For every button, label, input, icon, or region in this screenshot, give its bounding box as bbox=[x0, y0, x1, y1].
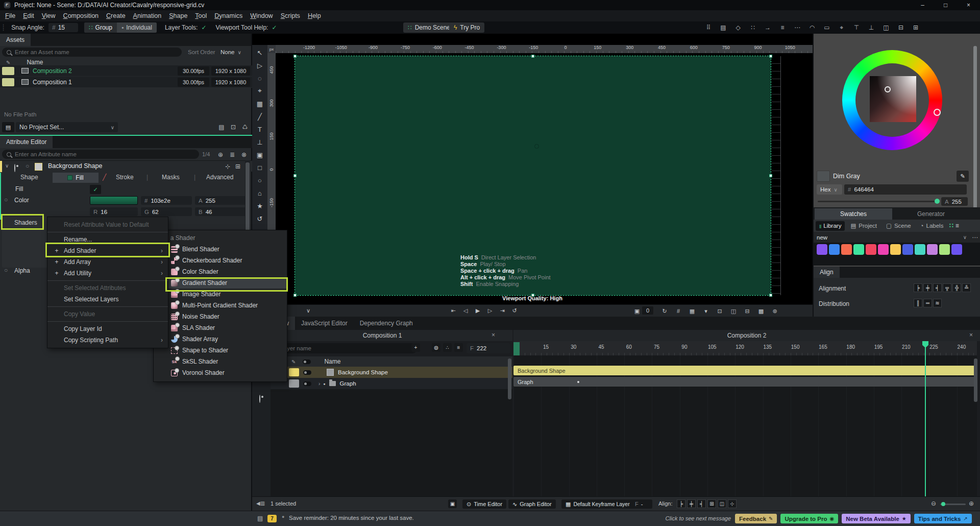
align-bottom-icon[interactable]: ⊥ bbox=[866, 23, 876, 32]
layer-list-scrollbar[interactable] bbox=[508, 358, 511, 399]
align-v-bottom-icon[interactable]: ╩ bbox=[962, 283, 971, 292]
context-menu-item[interactable]: Set Selected Attributes bbox=[47, 282, 168, 294]
green-field[interactable]: G62 bbox=[141, 207, 192, 216]
transport-dropdown[interactable]: ∨ bbox=[303, 306, 313, 316]
grid-hash-icon[interactable]: # bbox=[674, 306, 682, 316]
ellipse-tool-icon[interactable]: ○ bbox=[254, 174, 266, 186]
viewport-help-check[interactable]: ✓ bbox=[272, 24, 277, 31]
align-h-right-icon[interactable]: ╡ bbox=[933, 283, 942, 292]
columns-icon[interactable]: ◫ bbox=[881, 23, 891, 32]
snap-angle-field[interactable]: # 15 bbox=[48, 23, 78, 32]
sliders-icon[interactable]: ≡ bbox=[454, 343, 463, 352]
layer-header[interactable]: ∨ ○ Background Shape ⊹ ⊞ × bbox=[0, 160, 252, 172]
grid-icon[interactable]: ⊞ bbox=[911, 23, 921, 32]
submenu-item[interactable]: Gradient Shader bbox=[154, 277, 287, 289]
popout-icon[interactable]: ⊞ bbox=[233, 162, 243, 171]
distribute-space-icon[interactable]: ≋ bbox=[933, 299, 942, 307]
sort-order-select[interactable]: None ∨ bbox=[220, 49, 241, 55]
composition-2-title[interactable]: Composition 2 bbox=[513, 330, 980, 341]
scene-button[interactable]: ▢ Scene bbox=[883, 221, 914, 231]
trash-icon[interactable]: ♺ bbox=[240, 123, 250, 132]
eyedropper-button[interactable]: ✎ bbox=[957, 171, 969, 182]
asset-row[interactable]: Composition 2 30.00fps 1920 x 1080 bbox=[0, 65, 252, 77]
tab-assets[interactable]: Assets bbox=[0, 34, 31, 46]
labels-button[interactable]: ◔ Labels bbox=[917, 221, 947, 231]
submenu-item[interactable]: Color Shader bbox=[154, 266, 287, 277]
work-area-marker[interactable] bbox=[513, 342, 520, 355]
tab-stroke[interactable]: Stroke bbox=[116, 174, 134, 181]
align-left-icon[interactable]: ╞ bbox=[677, 499, 685, 508]
selection-handle[interactable] bbox=[293, 174, 297, 177]
asset-row[interactable]: Composition 1 30.00fps 1920 x 1080 bbox=[0, 77, 252, 88]
tab-fill[interactable]: Fill bbox=[53, 173, 99, 183]
menu-item[interactable]: Shape bbox=[169, 12, 187, 19]
palette-swatch[interactable] bbox=[829, 244, 840, 255]
close-button[interactable]: × bbox=[957, 0, 980, 10]
close-icon[interactable]: × bbox=[969, 331, 973, 339]
key-nav-icon[interactable]: ◫ bbox=[718, 499, 726, 508]
collapse-icon[interactable]: ◀▥ bbox=[256, 500, 265, 506]
frame-tool-icon[interactable]: ▣ bbox=[254, 149, 266, 161]
next-frame-button[interactable]: ▷ bbox=[485, 306, 495, 316]
selection-handle[interactable] bbox=[531, 294, 534, 297]
time-ruler[interactable]: 0153045607590105120135150165180195210225… bbox=[513, 341, 977, 355]
zoom-in-icon[interactable]: ⊕ bbox=[969, 500, 974, 507]
menu-item[interactable]: Scripts bbox=[281, 12, 300, 19]
drag-handle[interactable]: ┊ bbox=[2, 24, 5, 31]
palette-swatch[interactable] bbox=[878, 244, 889, 255]
filter-icon[interactable]: ∴ bbox=[443, 343, 452, 352]
context-menu-item[interactable]: + Add Shader › bbox=[47, 245, 168, 256]
layer-row-graph[interactable]: › ● Graph ○ bbox=[271, 378, 512, 389]
current-frame-field[interactable]: F 222 bbox=[467, 343, 510, 353]
menu-item[interactable]: File bbox=[5, 12, 15, 19]
library-button[interactable]: ||| Library bbox=[816, 221, 845, 231]
layer-row-background-shape[interactable]: Background Shape ○ bbox=[271, 367, 512, 378]
arc-icon[interactable]: ◠ bbox=[807, 23, 817, 32]
checker-icon[interactable]: ▩ bbox=[757, 306, 765, 316]
status-button[interactable]: New Beta Available★ bbox=[842, 514, 911, 523]
clear-icon[interactable]: ⊗ bbox=[239, 150, 249, 159]
tab-dependency-graph[interactable]: Dependency Graph bbox=[354, 317, 419, 330]
palette-swatch[interactable] bbox=[817, 244, 827, 255]
tab-align[interactable]: Align bbox=[814, 267, 840, 278]
asset-search-input[interactable]: Enter an Asset name bbox=[2, 47, 182, 57]
eyedropper-icon[interactable]: ✎ bbox=[6, 60, 10, 65]
soloing-icon[interactable]: ◍ bbox=[432, 343, 440, 352]
palette-swatch[interactable] bbox=[841, 244, 852, 255]
tab-javascript-editor[interactable]: JavaScript Editor bbox=[295, 317, 354, 330]
visibility-toggle-icon[interactable] bbox=[303, 370, 311, 375]
dropdown-icon[interactable]: ▾ bbox=[702, 306, 710, 316]
align-top-icon[interactable]: ⊤ bbox=[851, 23, 862, 32]
palette-swatch[interactable] bbox=[927, 244, 938, 255]
lasso-tool-icon[interactable]: ◌ bbox=[254, 72, 266, 84]
list-view-icon[interactable]: ≡ bbox=[955, 222, 959, 229]
dock-icon[interactable]: ▣ bbox=[448, 499, 457, 508]
context-menu-item[interactable]: Copy Value bbox=[47, 308, 168, 322]
pivot-marker[interactable] bbox=[534, 144, 539, 149]
viewport[interactable]: px -1200-1050-900-750-600-450-300-150015… bbox=[252, 34, 813, 317]
direct-select-tool-icon[interactable]: ▷ bbox=[254, 59, 266, 71]
export-icon[interactable]: → bbox=[763, 23, 773, 32]
zoom-plus-icon[interactable]: ⊕ bbox=[215, 150, 226, 159]
hex-mode-select[interactable]: Hex ∨ bbox=[817, 184, 842, 195]
screen-icon[interactable]: ▦ bbox=[688, 306, 696, 316]
composition-1-title[interactable]: Composition 1 bbox=[252, 330, 512, 341]
timeline-bar-graph[interactable]: Graph bbox=[513, 377, 976, 387]
palette-swatch[interactable] bbox=[939, 244, 950, 255]
rows-icon[interactable]: ⊟ bbox=[896, 23, 906, 32]
submenu-item[interactable]: Shader Array bbox=[154, 333, 287, 345]
key-mode-icon[interactable]: ⊹ bbox=[728, 499, 737, 508]
palette-swatch[interactable] bbox=[890, 244, 901, 255]
star-tool-icon[interactable]: ★ bbox=[254, 200, 266, 212]
menu-item[interactable]: Help bbox=[308, 12, 321, 19]
select-tool-icon[interactable]: ↖ bbox=[254, 46, 266, 59]
visibility-toggle-icon[interactable] bbox=[303, 381, 311, 386]
submenu-item[interactable]: Multi-Point Gradient Shader bbox=[154, 300, 287, 311]
align-grid-icon[interactable]: ⊞ bbox=[707, 499, 716, 508]
monitor-icon[interactable]: ⊡ bbox=[716, 306, 724, 316]
context-menu-item[interactable]: Set Selected Layers bbox=[47, 294, 168, 307]
add-layer-button[interactable]: + bbox=[411, 343, 420, 352]
palette-swatch[interactable] bbox=[866, 244, 876, 255]
palette-swatch[interactable] bbox=[853, 244, 864, 255]
project-browse-button[interactable]: ▤ bbox=[2, 122, 14, 132]
